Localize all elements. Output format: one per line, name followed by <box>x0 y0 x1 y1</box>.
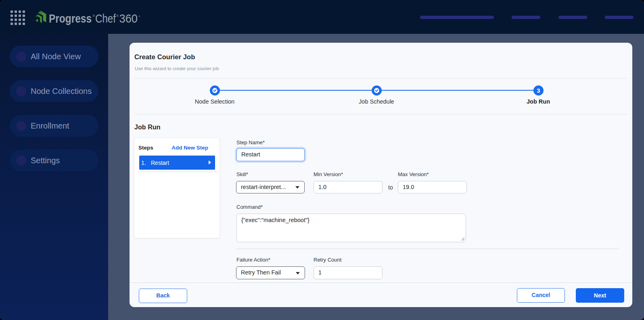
svg-text:Chef: Chef <box>95 12 116 25</box>
svg-text:®: ® <box>93 14 95 18</box>
svg-text:Progress: Progress <box>49 12 92 25</box>
svg-text:360: 360 <box>119 12 138 25</box>
svg-text:®: ® <box>116 14 119 18</box>
svg-text:℠: ℠ <box>138 15 141 18</box>
